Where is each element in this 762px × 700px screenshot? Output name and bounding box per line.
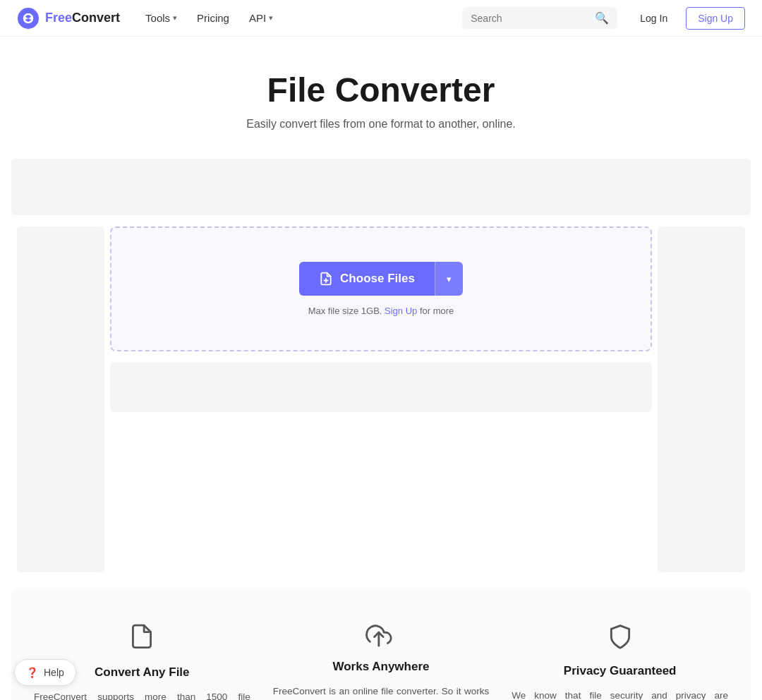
shield-icon xyxy=(512,623,728,653)
left-ad xyxy=(11,227,110,572)
hero-subtitle: Easily convert files from one format to … xyxy=(11,118,751,131)
nav-links: Tools ▾ Pricing API ▾ xyxy=(137,8,462,28)
logo-text: FreeConvert xyxy=(45,11,120,25)
upload-note: Max file size 1GB. Sign Up for more xyxy=(128,306,634,316)
help-button[interactable]: ❓ Help xyxy=(14,659,76,686)
hero-section: File Converter Easily convert files from… xyxy=(11,37,751,147)
logo[interactable]: FreeConvert xyxy=(17,7,120,30)
left-ad-inner xyxy=(17,227,104,572)
login-button[interactable]: Log In xyxy=(629,8,679,29)
nav-api[interactable]: API ▾ xyxy=(241,8,282,28)
help-circle-icon: ❓ xyxy=(26,667,38,678)
feature-convert-desc: FreeConvert supports more than 1500 file… xyxy=(34,689,250,700)
right-ad xyxy=(652,227,751,572)
file-upload-icon xyxy=(319,272,333,286)
cloud-icon xyxy=(273,623,490,648)
search-icon: 🔍 xyxy=(595,11,609,25)
features-section: Convert Any File FreeConvert supports mo… xyxy=(11,589,751,700)
signup-button[interactable]: Sign Up xyxy=(686,7,745,30)
top-ad-banner xyxy=(11,159,751,215)
upload-btn-wrapper: Choose Files ▾ xyxy=(299,262,463,296)
feature-privacy: Privacy Guaranteed We know that file sec… xyxy=(512,623,728,700)
page-wrapper: File Converter Easily convert files from… xyxy=(0,37,762,700)
features-grid: Convert Any File FreeConvert supports mo… xyxy=(34,623,728,700)
navbar: FreeConvert Tools ▾ Pricing API ▾ 🔍 Log … xyxy=(0,0,762,37)
right-ad-inner xyxy=(658,227,745,572)
search-input[interactable] xyxy=(471,13,589,24)
nav-actions: Log In Sign Up xyxy=(629,7,745,30)
choose-files-button[interactable]: Choose Files xyxy=(299,262,435,296)
feature-privacy-title: Privacy Guaranteed xyxy=(512,664,728,678)
lower-ad-banner xyxy=(110,363,652,412)
feature-privacy-desc: We know that file security and privacy a… xyxy=(512,688,728,700)
content-area: Choose Files ▾ Max file size 1GB. Sign U… xyxy=(11,227,751,572)
feature-works-title: Works Anywhere xyxy=(273,660,490,674)
center-content: Choose Files ▾ Max file size 1GB. Sign U… xyxy=(110,227,652,572)
signup-link[interactable]: Sign Up xyxy=(385,306,417,316)
upload-area: Choose Files ▾ Max file size 1GB. Sign U… xyxy=(110,227,652,351)
page-title: File Converter xyxy=(11,71,751,109)
feature-works-anywhere: Works Anywhere FreeConvert is an online … xyxy=(273,623,490,700)
logo-icon xyxy=(17,7,40,30)
nav-pricing[interactable]: Pricing xyxy=(188,8,238,28)
tools-chevron-icon: ▾ xyxy=(173,13,177,23)
api-chevron-icon: ▾ xyxy=(269,13,273,23)
nav-tools[interactable]: Tools ▾ xyxy=(137,8,186,28)
chevron-down-icon: ▾ xyxy=(447,274,452,284)
choose-files-dropdown-button[interactable]: ▾ xyxy=(435,262,463,296)
file-icon xyxy=(34,623,250,654)
search-bar: 🔍 xyxy=(462,7,617,29)
feature-works-desc: FreeConvert is an online file converter.… xyxy=(273,684,490,700)
